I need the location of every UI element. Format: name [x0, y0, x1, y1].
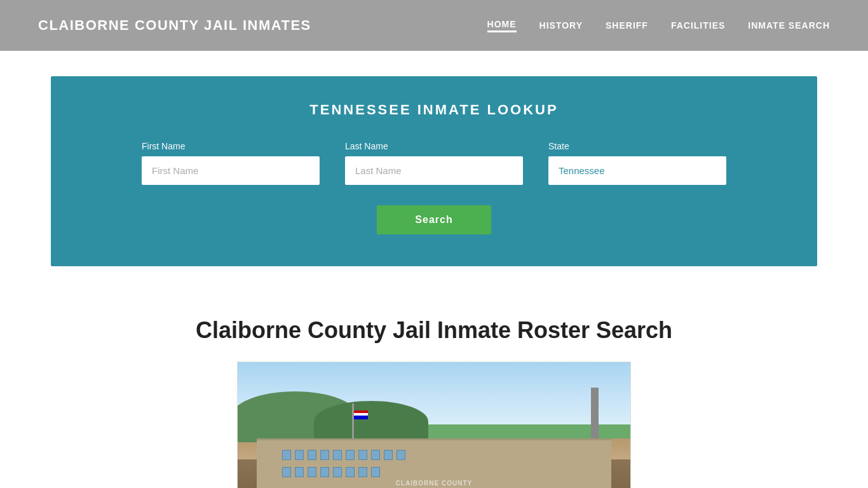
window [346, 450, 355, 460]
nav-item-home[interactable]: HOME [487, 19, 517, 32]
roster-title: Claiborne County Jail Inmate Roster Sear… [51, 317, 817, 344]
last-name-group: Last Name [345, 141, 523, 185]
window [371, 467, 380, 477]
windows-row-2 [282, 467, 380, 477]
window [320, 450, 329, 460]
window [358, 450, 367, 460]
state-label: State [548, 141, 726, 151]
nav-item-sheriff[interactable]: SHERIFF [606, 20, 648, 30]
building-image: CLAIBORNE COUNTY [237, 362, 631, 488]
hills [238, 408, 630, 443]
window [308, 450, 316, 460]
main-nav: HOME HISTORY SHERIFF FACILITIES INMATE S… [487, 19, 830, 32]
window [371, 450, 380, 460]
window [384, 450, 393, 460]
window [358, 467, 367, 477]
state-group: State [548, 141, 726, 185]
site-title: CLAIBORNE COUNTY JAIL INMATES [38, 17, 311, 34]
site-header: CLAIBORNE COUNTY JAIL INMATES HOME HISTO… [0, 0, 868, 51]
windows-row-1 [282, 450, 405, 460]
form-row: First Name Last Name State [89, 141, 779, 185]
lookup-section: TENNESSEE INMATE LOOKUP First Name Last … [51, 76, 817, 266]
last-name-input[interactable] [345, 156, 523, 185]
main-content: Claiborne County Jail Inmate Roster Sear… [0, 292, 868, 488]
nav-item-facilities[interactable]: FACILITIES [671, 20, 725, 30]
window [397, 450, 405, 460]
flag-pole [352, 403, 354, 438]
building-image-container: CLAIBORNE COUNTY [51, 362, 817, 488]
window [333, 467, 342, 477]
window [320, 467, 329, 477]
nav-item-inmate-search[interactable]: INMATE SEARCH [748, 20, 830, 30]
first-name-group: First Name [142, 141, 320, 185]
hill-2 [314, 401, 428, 442]
window [295, 450, 304, 460]
building-label: CLAIBORNE COUNTY [396, 480, 472, 487]
window [346, 467, 355, 477]
window [295, 467, 304, 477]
window [282, 467, 291, 477]
tower [591, 388, 599, 438]
search-button[interactable]: Search [377, 205, 491, 234]
window [308, 467, 316, 477]
window [282, 450, 291, 460]
window [333, 450, 342, 460]
state-input[interactable] [548, 156, 726, 185]
lookup-title: TENNESSEE INMATE LOOKUP [89, 102, 779, 118]
nav-item-history[interactable]: HISTORY [539, 20, 583, 30]
search-btn-row: Search [89, 205, 779, 234]
first-name-label: First Name [142, 141, 320, 151]
flag [354, 410, 368, 419]
first-name-input[interactable] [142, 156, 320, 185]
last-name-label: Last Name [345, 141, 523, 151]
